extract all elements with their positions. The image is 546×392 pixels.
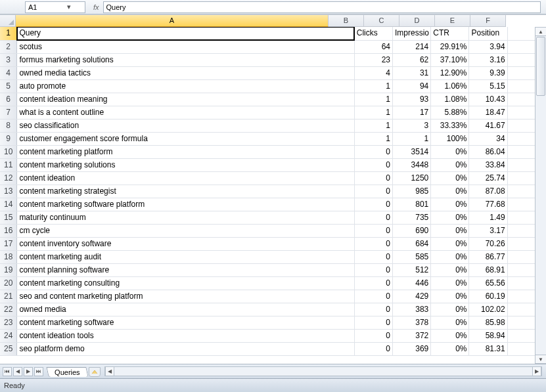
cell[interactable]: 429 (393, 290, 431, 303)
sheet-tab-queries[interactable]: Queries (46, 367, 88, 377)
cell[interactable]: 23 (354, 53, 392, 66)
row-header[interactable]: 22 (0, 303, 17, 316)
cell[interactable]: 17 (393, 106, 431, 119)
row-header[interactable]: 19 (0, 263, 17, 276)
cell[interactable]: 0 (354, 290, 392, 303)
cell[interactable]: 0 (354, 276, 392, 290)
cell[interactable]: 1 (354, 106, 392, 119)
cell[interactable]: 25.74 (469, 171, 507, 185)
cell[interactable]: 41.67 (469, 119, 507, 132)
cell[interactable]: 1250 (393, 171, 431, 185)
cell[interactable]: 0% (431, 185, 469, 198)
column-header-B[interactable]: B (329, 15, 364, 27)
cell[interactable]: 735 (393, 211, 431, 224)
cell[interactable]: 34 (469, 132, 507, 145)
cell[interactable]: content marketing strategist (17, 185, 354, 198)
cell[interactable]: 0 (354, 224, 392, 237)
cell[interactable]: 1 (354, 132, 392, 145)
cell[interactable]: 0% (431, 316, 469, 329)
cell[interactable]: 1.49 (469, 211, 507, 224)
column-header-D[interactable]: D (399, 15, 435, 27)
cell[interactable]: 1 (354, 93, 392, 106)
fx-icon[interactable]: fx (93, 3, 99, 11)
cell[interactable]: 33.33% (431, 119, 469, 132)
row-header[interactable]: 24 (0, 329, 17, 342)
cell[interactable]: 3514 (393, 145, 431, 158)
column-header-F[interactable]: F (470, 15, 506, 27)
formula-input[interactable]: Query (103, 1, 541, 13)
cell[interactable]: 62 (393, 53, 431, 66)
cell[interactable]: 29.91% (431, 40, 469, 53)
row-header[interactable]: 3 (0, 53, 17, 66)
cell[interactable]: 0 (354, 211, 392, 224)
cell[interactable]: 369 (393, 342, 431, 355)
cell[interactable]: content marketing platform (17, 145, 354, 158)
cell[interactable]: 102.02 (469, 303, 507, 316)
cell[interactable]: 86.04 (469, 145, 507, 158)
cell[interactable]: content marketing consulting (17, 276, 354, 290)
cell[interactable]: 9.39 (469, 66, 507, 79)
cell[interactable]: 5.15 (469, 79, 507, 93)
scroll-down-button[interactable]: ▼ (535, 355, 546, 364)
tab-nav-last[interactable]: ⏭ (34, 367, 43, 376)
cell[interactable]: 87.08 (469, 185, 507, 198)
cell[interactable]: 512 (393, 263, 431, 276)
row-header[interactable]: 12 (0, 171, 17, 185)
cell[interactable]: 1 (354, 119, 392, 132)
cell[interactable]: content marketing audit (17, 250, 354, 263)
cell[interactable]: 0% (431, 263, 469, 276)
cell[interactable]: 3.17 (469, 224, 507, 237)
cell[interactable]: 1.08% (431, 93, 469, 106)
name-box-dropdown-icon[interactable]: ▾ (55, 3, 82, 11)
row-header[interactable]: 9 (0, 132, 17, 145)
cell[interactable]: Clicks (354, 27, 392, 40)
cell[interactable]: 0% (431, 158, 469, 171)
cell[interactable]: formus marketing solutions (17, 53, 354, 66)
cell[interactable]: 0% (431, 303, 469, 316)
cell[interactable]: 10.43 (469, 93, 507, 106)
row-header[interactable]: 15 (0, 211, 17, 224)
row-header[interactable]: 4 (0, 66, 17, 79)
cell[interactable]: 4 (354, 66, 392, 79)
tab-nav-first[interactable]: ⏮ (3, 367, 12, 376)
cell[interactable]: Position (469, 27, 507, 40)
row-header[interactable]: 13 (0, 185, 17, 198)
cell[interactable]: auto promote (17, 79, 354, 93)
cell[interactable]: 0% (431, 145, 469, 158)
cell[interactable]: 68.91 (469, 263, 507, 276)
scroll-left-button[interactable]: ◀ (105, 367, 114, 376)
row-header[interactable]: 16 (0, 224, 17, 237)
cell[interactable]: 0 (354, 316, 392, 329)
cell[interactable]: 383 (393, 303, 431, 316)
cell[interactable]: seo and content marketing platform (17, 290, 354, 303)
cell[interactable]: 0 (354, 158, 392, 171)
row-header[interactable]: 14 (0, 198, 17, 211)
cell[interactable]: 1 (393, 132, 431, 145)
row-header[interactable]: 5 (0, 79, 17, 93)
cell[interactable]: 81.31 (469, 342, 507, 355)
cell[interactable]: 684 (393, 237, 431, 250)
cell[interactable]: owned media (17, 303, 354, 316)
cell[interactable]: content marketing software platform (17, 198, 354, 211)
cell[interactable]: 100% (431, 132, 469, 145)
vertical-scrollbar[interactable]: ▲ ▼ (535, 27, 546, 364)
cell[interactable]: 5.88% (431, 106, 469, 119)
row-header[interactable]: 10 (0, 145, 17, 158)
cell[interactable]: 93 (393, 93, 431, 106)
cell[interactable]: content inventory software (17, 237, 354, 250)
row-header[interactable]: 18 (0, 250, 17, 263)
cell[interactable]: 378 (393, 316, 431, 329)
row-header[interactable]: 2 (0, 40, 17, 53)
row-header[interactable]: 17 (0, 237, 17, 250)
cell[interactable]: seo classification (17, 119, 354, 132)
cell[interactable]: 0% (431, 198, 469, 211)
cell[interactable]: 77.68 (469, 198, 507, 211)
cell[interactable]: 3448 (393, 158, 431, 171)
cell[interactable]: cm cycle (17, 224, 354, 237)
cell[interactable]: maturity continuum (17, 211, 354, 224)
cell[interactable]: content marketing solutions (17, 158, 354, 171)
cell[interactable]: 985 (393, 185, 431, 198)
cell[interactable]: content marketing software (17, 316, 354, 329)
cell[interactable]: 0% (431, 171, 469, 185)
tab-nav-next[interactable]: ▶ (24, 367, 33, 376)
